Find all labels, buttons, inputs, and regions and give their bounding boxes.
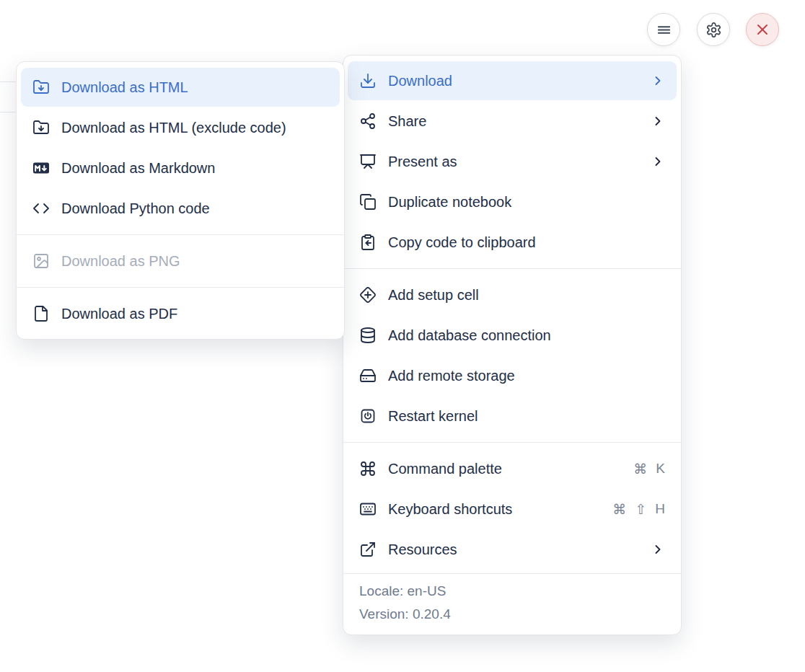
share-icon <box>359 112 377 130</box>
clipboard-copy-icon <box>359 234 377 251</box>
menu-item-add-remote-storage[interactable]: Add remote storage <box>348 356 677 395</box>
menu-item-label: Download <box>388 73 639 89</box>
gear-icon <box>705 22 722 38</box>
menu-item-label: Add setup cell <box>388 287 665 304</box>
menu-divider <box>17 287 344 288</box>
code-icon <box>32 200 50 217</box>
keyboard-icon <box>359 500 377 518</box>
menu-item-label: Download as HTML <box>61 79 328 96</box>
folder-down-icon <box>32 119 50 136</box>
menu-item-download-as-pdf[interactable]: Download as PDF <box>21 294 340 333</box>
diamond-plus-icon <box>359 286 377 304</box>
copy-icon <box>359 193 377 211</box>
menu-item-duplicate-notebook[interactable]: Duplicate notebook <box>348 182 677 221</box>
shortcut-hint: ⌘ K <box>633 461 665 477</box>
menu-item-label: Download as PNG <box>61 253 328 270</box>
menu-item-download-as-png: Download as PNG <box>21 242 340 280</box>
menu-item-label: Share <box>388 113 639 130</box>
menu-item-label: Present as <box>388 154 639 170</box>
key-glyph: H <box>655 501 665 517</box>
menu-item-label: Restart kernel <box>388 408 665 425</box>
chevron-right-icon <box>651 114 665 128</box>
menu-divider <box>17 234 344 235</box>
notebook-menu: Download Share Present as Duplicate note… <box>343 55 682 635</box>
menu-item-download-as-markdown[interactable]: Download as Markdown <box>21 149 340 187</box>
menu-item-label: Download as Markdown <box>61 160 328 177</box>
presentation-icon <box>359 153 377 170</box>
menu-item-download-python-code[interactable]: Download Python code <box>21 189 340 228</box>
menu-item-label: Resources <box>388 541 639 558</box>
markdown-download-icon <box>32 159 50 177</box>
x-icon <box>754 21 771 38</box>
menu-item-label: Keyboard shortcuts <box>388 501 601 518</box>
command-icon <box>359 460 377 477</box>
menu-item-label: Download Python code <box>61 200 328 217</box>
download-icon <box>359 72 377 89</box>
menu-item-label: Command palette <box>388 461 622 477</box>
chevron-right-icon <box>651 74 665 88</box>
shortcut-hint: ⌘ ⇧ H <box>612 501 665 518</box>
hamburger-icon <box>656 22 672 38</box>
hard-drive-icon <box>359 367 377 384</box>
menu-item-command-palette[interactable]: Command palette ⌘ K <box>348 449 677 488</box>
folder-down-icon <box>32 79 50 96</box>
command-key-glyph: ⌘ <box>633 461 647 477</box>
command-key-glyph: ⌘ <box>612 501 626 518</box>
menu-item-label: Add remote storage <box>388 368 665 384</box>
settings-button[interactable] <box>697 13 730 46</box>
image-icon <box>32 252 50 270</box>
menu-item-add-setup-cell[interactable]: Add setup cell <box>348 275 677 314</box>
menu-item-share[interactable]: Share <box>348 102 677 141</box>
menu-item-label: Add database connection <box>388 327 665 344</box>
version-text: Version: 0.20.4 <box>359 603 665 626</box>
close-app-button[interactable] <box>746 13 779 46</box>
chevron-right-icon <box>651 154 665 169</box>
menu-item-copy-code-to-clipboard[interactable]: Copy code to clipboard <box>348 223 677 262</box>
locale-text: Locale: en-US <box>359 580 665 603</box>
menu-item-restart-kernel[interactable]: Restart kernel <box>348 397 677 436</box>
notebook-menu-button[interactable] <box>647 13 680 46</box>
menu-item-download-as-html[interactable]: Download as HTML <box>21 68 340 107</box>
external-link-icon <box>359 541 377 558</box>
menu-item-label: Duplicate notebook <box>388 194 665 211</box>
file-icon <box>32 305 50 322</box>
key-glyph: K <box>656 461 665 477</box>
menu-item-label: Download as HTML (exclude code) <box>61 120 328 136</box>
menu-item-download[interactable]: Download <box>348 61 677 100</box>
database-icon <box>359 327 377 344</box>
shift-key-glyph: ⇧ <box>635 501 646 518</box>
download-submenu: Download as HTML Download as HTML (exclu… <box>16 61 345 340</box>
menu-item-label: Copy code to clipboard <box>388 234 665 251</box>
menu-item-present-as[interactable]: Present as <box>348 142 677 181</box>
background-divider-line <box>0 81 16 82</box>
menu-footer: Locale: en-US Version: 0.20.4 <box>343 573 681 630</box>
menu-item-label: Download as PDF <box>61 306 328 322</box>
menu-divider <box>343 442 681 443</box>
menu-item-keyboard-shortcuts[interactable]: Keyboard shortcuts ⌘ ⇧ H <box>348 490 677 529</box>
menu-item-add-database-connection[interactable]: Add database connection <box>348 316 677 355</box>
chevron-right-icon <box>651 542 665 557</box>
power-square-icon <box>359 407 377 425</box>
menu-item-resources[interactable]: Resources <box>348 530 677 569</box>
menu-divider <box>343 268 681 269</box>
menu-item-download-as-html-exclude-code[interactable]: Download as HTML (exclude code) <box>21 108 340 147</box>
background-divider-line <box>0 112 16 112</box>
